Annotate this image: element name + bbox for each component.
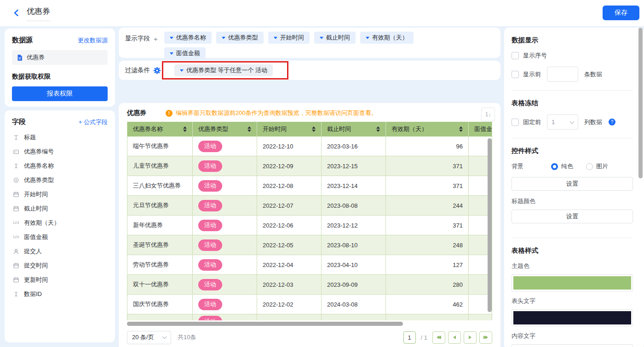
background-solid-option[interactable]: 纯色 (551, 162, 573, 171)
caret-down-icon (366, 37, 369, 39)
field-item[interactable]: 截止时间 (12, 201, 108, 216)
table-row: 圣诞节优惠券活动2022-12-052023-08-10248 (127, 235, 492, 255)
top-bar: 优惠券 保存 (0, 0, 644, 26)
table-row: 三八妇女节优惠券活动2022-12-082023-12-14371 (127, 176, 492, 196)
cell-end-date: 2023-12-14 (322, 176, 386, 196)
field-item[interactable]: 优惠券编号 (12, 144, 108, 159)
divider (512, 138, 633, 138)
field-item[interactable]: 开始时间 (12, 187, 108, 201)
freeze-count-select[interactable]: 1 (547, 114, 578, 130)
add-display-field-button[interactable]: + (154, 35, 158, 43)
freeze-count-value: 1 (552, 119, 555, 125)
field-item[interactable]: 提交时间 (12, 258, 108, 273)
panel-scrollbar[interactable] (638, 28, 643, 178)
coupon-type-badge: 活动 (198, 180, 222, 192)
display-field-chip-label: 截止时间 (326, 34, 350, 42)
field-item[interactable]: 标题 (12, 130, 108, 144)
display-field-chip[interactable]: 截止时间 (314, 32, 356, 44)
back-icon[interactable] (11, 8, 21, 18)
sort-arrows-icon[interactable] (183, 126, 187, 132)
radio-selected-icon[interactable] (551, 163, 558, 170)
cell-coupon-name: 儿童节优惠券 (127, 156, 193, 176)
display-field-chip[interactable]: 有效期（天） (360, 32, 414, 44)
last-page-button[interactable] (479, 331, 492, 344)
display-field-chip[interactable]: 优惠券类型 (216, 32, 264, 44)
current-page-input[interactable]: 1 (403, 331, 416, 344)
caret-down-icon (222, 37, 225, 39)
page-title[interactable]: 优惠券 (27, 6, 50, 21)
person-icon (12, 248, 20, 255)
show-first-suffix-label: 条数据 (584, 70, 602, 79)
caret-down-icon (170, 37, 173, 39)
double-left-arrow-icon (437, 336, 441, 339)
filter-condition-chip[interactable]: 优惠券类型 等于任意一个 活动 (174, 64, 273, 76)
save-button[interactable]: 保存 (603, 6, 639, 20)
page-size-select[interactable]: 20 条/页 (127, 331, 171, 344)
sort-order-icon[interactable]: 1↓ (481, 108, 495, 121)
caret-down-icon (180, 69, 184, 72)
change-datasource-link[interactable]: 更改数据源 (78, 36, 108, 45)
column-header[interactable]: 截止时间 (322, 122, 386, 137)
header-text-color-swatch[interactable] (512, 309, 633, 326)
filter-condition-chip-label: 优惠券类型 等于任意一个 活动 (186, 66, 267, 74)
first-page-button[interactable] (432, 331, 445, 344)
number-icon: 123 (12, 221, 20, 225)
display-field-chip[interactable]: 面值金额 (164, 47, 206, 59)
radio-unselected-icon[interactable] (586, 163, 593, 170)
cell-coupon-name: 三八妇女节优惠券 (127, 176, 193, 196)
field-item-label: 截止时间 (24, 205, 48, 213)
cell-coupon-type: 活动 (193, 295, 257, 314)
theme-color-swatch[interactable] (512, 274, 633, 291)
content-text-set-button[interactable]: 设置 (512, 344, 633, 347)
field-item[interactable]: 更新时间 (12, 273, 108, 287)
field-item[interactable]: 优惠券名称 (12, 159, 108, 173)
datasource-item[interactable]: 优惠券 (12, 50, 108, 65)
field-item-label: 更新时间 (24, 276, 48, 284)
field-item[interactable]: 优惠券类型 (12, 173, 108, 187)
column-header[interactable]: 优惠券类型 (193, 122, 257, 137)
settings-panel: 数据显示 显示序号 显示前 条数据 表格冻结 固定前 1 列数据 ? 控件样式 … (504, 28, 644, 347)
show-first-count-input[interactable] (547, 67, 578, 82)
title-color-set-button[interactable]: 设置 (512, 210, 633, 223)
vertical-scrollbar[interactable] (488, 138, 492, 312)
display-field-chip[interactable]: 开始时间 (268, 32, 310, 44)
field-item[interactable]: 123面值金额 (12, 230, 108, 244)
freeze-columns-checkbox[interactable] (512, 119, 519, 126)
field-item[interactable]: 数据ID (12, 287, 108, 301)
show-first-checkbox[interactable] (512, 71, 519, 78)
prev-page-button[interactable] (448, 331, 461, 344)
display-field-chip[interactable]: 优惠券名称 (164, 32, 212, 44)
sort-arrows-icon[interactable] (376, 126, 380, 132)
table-style-heading: 表格样式 (512, 246, 633, 255)
field-item[interactable]: 提交人 (12, 244, 108, 258)
sort-arrows-icon[interactable] (247, 126, 251, 132)
next-page-button[interactable] (464, 331, 477, 344)
column-header[interactable]: 优惠券名称 (127, 122, 193, 137)
field-item-label: 优惠券类型 (24, 176, 54, 184)
gear-icon[interactable] (154, 67, 161, 74)
cell-validity-days: 127 (386, 255, 469, 275)
column-header[interactable]: 面值金额 (469, 122, 492, 137)
background-set-button[interactable]: 设置 (512, 177, 633, 191)
cell-validity-days: 371 (386, 216, 469, 235)
help-icon[interactable]: ? (609, 119, 615, 125)
display-field-chip-label: 面值金额 (176, 49, 200, 57)
column-header[interactable]: 有效期（天） (386, 122, 469, 137)
column-header-label: 有效期（天） (391, 125, 427, 133)
add-formula-field-link[interactable]: + 公式字段 (79, 118, 108, 126)
show-index-checkbox[interactable] (512, 52, 519, 59)
cell-start-date (257, 314, 322, 320)
datasource-heading: 数据源 (12, 36, 33, 45)
background-image-option[interactable]: 图片 (586, 162, 608, 171)
column-header-label: 优惠券类型 (198, 125, 228, 133)
calendar-icon (12, 191, 20, 198)
column-header[interactable]: 开始时间 (257, 122, 322, 137)
coupon-type-badge: 活动 (198, 299, 222, 310)
sort-arrows-icon[interactable] (459, 126, 463, 132)
report-permission-button[interactable]: 报表权限 (12, 86, 108, 101)
cell-coupon-name: 元旦节优惠券 (127, 196, 193, 216)
chevron-down-icon (570, 119, 575, 124)
field-item[interactable]: 123有效期（天） (12, 216, 108, 230)
sort-arrows-icon[interactable] (312, 126, 316, 132)
horizontal-scrollbar[interactable] (127, 322, 403, 326)
